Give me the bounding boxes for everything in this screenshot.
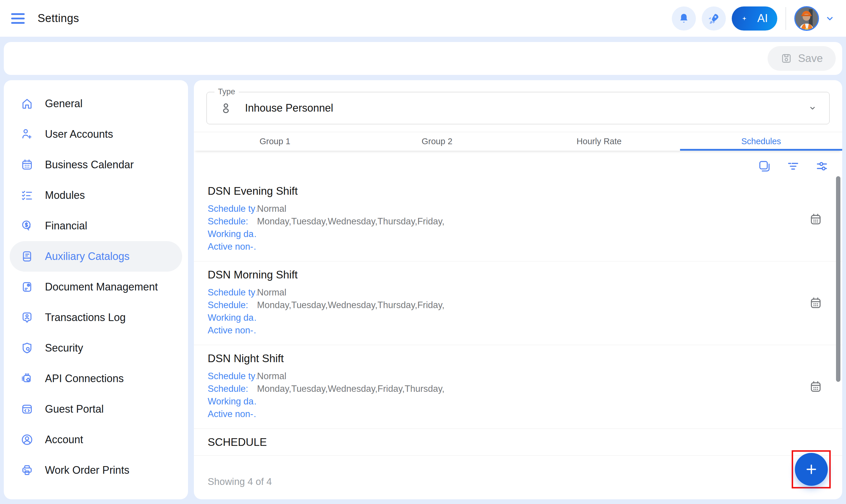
bell-icon [678,12,690,25]
scrollbar-thumb[interactable] [836,176,841,382]
add-schedule-button[interactable] [795,453,828,486]
catalog-icon [20,250,34,263]
list-footer: Showing 4 of 4 [194,464,842,499]
sidebar-item-label: Account [45,433,83,446]
launch-button[interactable] [702,6,726,31]
schedule-field-value: Normal [257,203,286,214]
schedule-field-label[interactable]: Working da… [208,312,257,323]
tab-label: Hourly Rate [577,137,622,146]
sidebar-item-label: General [45,97,83,110]
schedule-field-label[interactable]: Schedule ty… [208,371,257,381]
schedule-card-title: SCHEDULE [208,436,828,449]
sidebar-item-label: Business Calendar [45,159,134,171]
schedule-card[interactable]: DSN Evening ShiftSchedule ty…NormalSched… [194,178,842,262]
schedule-card-row: Active non-… [208,408,828,420]
schedule-card-row: Schedule ty…Normal [208,286,828,299]
home-icon [20,97,34,110]
sidebar-item-label: Guest Portal [45,403,104,415]
schedule-card-row: Schedule:Monday,Tuesday,Wednesday,Thursd… [208,215,828,228]
sidebar-item-api-connections[interactable]: API Connections [10,363,182,394]
schedule-card-row: Schedule:Monday,Tuesday,Wednesday,Friday… [208,382,828,395]
schedule-card-title: DSN Night Shift [208,352,828,365]
tab-group-1[interactable]: Group 1 [194,132,356,151]
sidebar-item-label: Financial [45,220,87,232]
sidebar-item-financial[interactable]: Financial [10,211,182,241]
notifications-button[interactable] [672,6,696,31]
tab-group-2[interactable]: Group 2 [356,132,518,151]
account-menu-chevron-icon[interactable] [825,14,835,23]
sidebar-item-general[interactable]: General [10,88,182,119]
tab-schedules[interactable]: Schedules [680,132,842,151]
action-toolbar: Save [4,42,842,75]
schedule-field-label[interactable]: Working da… [208,229,257,239]
account-icon [20,433,34,446]
schedule-card-row: Working da… [208,395,828,408]
schedule-field-label[interactable]: Active non-… [208,325,257,336]
schedule-card-row: Active non-… [208,240,828,253]
tab-hourly-rate[interactable]: Hourly Rate [518,132,680,151]
calendar-icon[interactable] [809,296,823,310]
schedule-card[interactable]: SCHEDULE [194,429,842,455]
sidebar-item-security[interactable]: Security [10,333,182,363]
calendar-icon[interactable] [809,380,823,394]
schedule-field-label[interactable]: Schedule: [208,383,257,394]
schedule-card[interactable]: DSN Night ShiftSchedule ty…NormalSchedul… [194,345,842,429]
schedule-field-value: Monday,Tuesday,Wednesday,Thursday,Friday… [257,216,445,227]
user-plus-icon [20,127,34,141]
person-icon [219,101,233,115]
sidebar-item-label: Work Order Prints [45,464,129,476]
list-tools [194,151,842,178]
menu-icon[interactable] [11,13,25,24]
page-title: Settings [38,12,79,25]
schedule-card-row: Schedule ty…Normal [208,202,828,215]
sidebar-item-label: Document Management [45,281,158,293]
save-button[interactable]: Save [768,46,836,71]
sidebar-item-modules[interactable]: Modules [10,180,182,211]
showing-count: Showing 4 of 4 [208,476,272,487]
schedule-field-label[interactable]: Schedule ty… [208,203,257,214]
schedule-card[interactable]: DSN Morning ShiftSchedule ty…NormalSched… [194,262,842,345]
printer-icon [20,464,34,477]
schedule-field-label[interactable]: Schedule: [208,300,257,310]
transactions-icon [20,311,34,324]
avatar[interactable] [794,6,819,31]
sidebar-item-document-management[interactable]: Document Management [10,272,182,302]
filter-icon[interactable] [786,160,800,173]
schedule-field-label[interactable]: Schedule: [208,216,257,227]
sidebar-item-account[interactable]: Account [10,425,182,455]
sidebar-item-label: Auxiliary Catalogs [45,250,129,263]
sidebar-item-transactions-log[interactable]: Transactions Log [10,302,182,333]
sidebar-item-label: API Connections [45,373,124,385]
content-panel: Type Inhouse Personnel Group 1Group 2Hou… [194,80,842,499]
type-select[interactable]: Type Inhouse Personnel [206,92,830,124]
annotation-highlight [792,450,831,488]
schedule-field-label[interactable]: Schedule ty… [208,287,257,298]
sidebar-item-auxiliary-catalogs[interactable]: Auxiliary Catalogs [10,241,182,272]
sidebar-item-business-calendar[interactable]: Business Calendar [10,149,182,180]
schedule-field-label[interactable]: Active non-… [208,241,257,252]
sidebar-item-guest-portal[interactable]: Guest Portal [10,394,182,425]
sidebar-nav: GeneralUser AccountsBusiness CalendarMod… [10,88,182,486]
ai-button-label: AI [757,12,768,25]
schedule-card-row: Working da… [208,228,828,240]
type-select-value: Inhouse Personnel [245,102,333,114]
header-actions: AI [672,6,835,31]
sidebar-item-work-order-prints[interactable]: Work Order Prints [10,455,182,486]
ai-assistant-button[interactable]: AI [732,6,777,31]
calendar-icon[interactable] [809,212,823,227]
settings-sidebar: GeneralUser AccountsBusiness CalendarMod… [4,80,188,499]
select-all-icon[interactable] [758,160,771,173]
sidebar-item-label: Security [45,342,83,354]
schedule-card-row: Active non-… [208,324,828,337]
checklist-icon [20,188,34,202]
sidebar-item-user-accounts[interactable]: User Accounts [10,119,182,149]
schedule-field-label[interactable]: Active non-… [208,409,257,419]
tab-label: Group 1 [259,137,290,146]
tune-icon[interactable] [815,160,829,173]
schedule-field-value: Monday,Tuesday,Wednesday,Friday,Thursday… [257,383,445,394]
header-divider [786,7,786,30]
plus-icon [804,462,819,477]
schedule-field-label[interactable]: Working da… [208,396,257,407]
schedule-card-row: Schedule:Monday,Tuesday,Wednesday,Thursd… [208,299,828,311]
portal-icon [20,402,34,416]
